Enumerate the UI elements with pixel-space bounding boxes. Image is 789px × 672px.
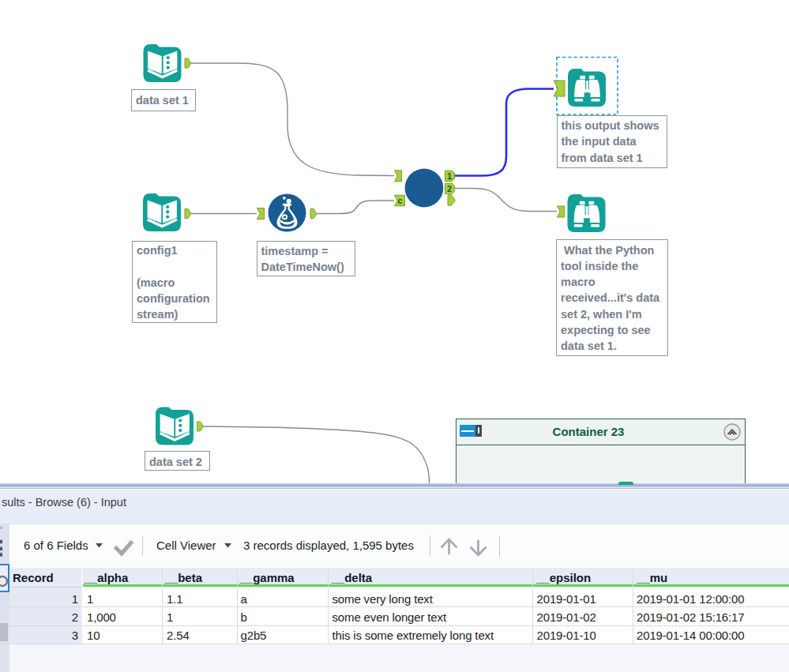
svg-text:2: 2 [447, 184, 452, 193]
svg-text:1: 1 [447, 171, 452, 181]
svg-text:c: c [398, 196, 403, 205]
